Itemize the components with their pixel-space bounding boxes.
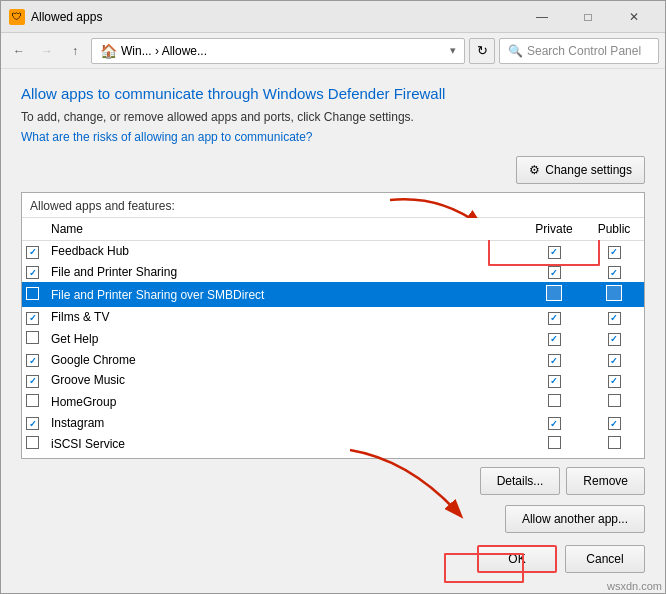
- row-name: Groove Music: [43, 370, 524, 391]
- allow-another-button[interactable]: Allow another app...: [505, 505, 645, 533]
- row-private[interactable]: [524, 455, 584, 458]
- row-public[interactable]: [584, 370, 644, 391]
- table-actions: Details... Remove: [21, 467, 645, 495]
- window-controls: — □ ✕: [519, 1, 657, 33]
- row-public[interactable]: [584, 307, 644, 328]
- row-name: Feedback Hub: [43, 241, 524, 262]
- up-button[interactable]: ↑: [63, 39, 87, 63]
- change-settings-label: Change settings: [545, 163, 632, 177]
- ok-button[interactable]: OK: [477, 545, 557, 573]
- row-checkbox[interactable]: [22, 328, 43, 350]
- row-checkbox[interactable]: [22, 241, 43, 262]
- allow-another-row: Allow another app...: [21, 505, 645, 533]
- row-private[interactable]: [524, 241, 584, 262]
- row-name: File and Printer Sharing over SMBDirect: [43, 282, 524, 307]
- row-public[interactable]: [584, 262, 644, 283]
- gear-icon: ⚙: [529, 163, 540, 177]
- page-description: To add, change, or remove allowed apps a…: [21, 110, 645, 124]
- details-button[interactable]: Details...: [480, 467, 561, 495]
- table-row[interactable]: Feedback Hub: [22, 241, 644, 262]
- row-public[interactable]: [584, 350, 644, 371]
- cancel-button[interactable]: Cancel: [565, 545, 645, 573]
- table-row[interactable]: Films & TV: [22, 307, 644, 328]
- table-row[interactable]: File and Printer Sharing: [22, 262, 644, 283]
- table-row[interactable]: Get Help: [22, 328, 644, 350]
- col-check: [22, 218, 43, 241]
- table-row[interactable]: Groove Music: [22, 370, 644, 391]
- address-path: Win... › Allowe...: [121, 44, 207, 58]
- table-row[interactable]: iSCSI Service: [22, 433, 644, 455]
- main-content: Allow apps to communicate through Window…: [1, 69, 665, 593]
- window-icon: 🛡: [9, 9, 25, 25]
- forward-button[interactable]: →: [35, 39, 59, 63]
- col-name-header: Name: [43, 218, 524, 241]
- remove-button[interactable]: Remove: [566, 467, 645, 495]
- row-private[interactable]: [524, 413, 584, 434]
- address-input[interactable]: 🏠 Win... › Allowe... ▾: [91, 38, 465, 64]
- col-public-header: Public: [584, 218, 644, 241]
- row-public[interactable]: [584, 328, 644, 350]
- row-checkbox[interactable]: [22, 433, 43, 455]
- change-settings-button[interactable]: ⚙ Change settings: [516, 156, 645, 184]
- row-checkbox[interactable]: [22, 350, 43, 371]
- row-public[interactable]: [584, 241, 644, 262]
- watermark: wsxdn.com: [607, 580, 662, 592]
- row-name: Key Management Service: [43, 455, 524, 458]
- row-private[interactable]: [524, 391, 584, 413]
- row-public[interactable]: [584, 413, 644, 434]
- apps-table-scroll[interactable]: Name Private Public Feedback HubFile and…: [22, 218, 644, 458]
- row-name: Get Help: [43, 328, 524, 350]
- row-public[interactable]: [584, 282, 644, 307]
- search-placeholder: Search Control Panel: [527, 44, 641, 58]
- row-private[interactable]: [524, 433, 584, 455]
- row-name: Instagram: [43, 413, 524, 434]
- row-private[interactable]: [524, 282, 584, 307]
- footer-buttons: OK Cancel: [21, 545, 645, 577]
- row-public[interactable]: [584, 433, 644, 455]
- row-name: iSCSI Service: [43, 433, 524, 455]
- row-checkbox[interactable]: [22, 307, 43, 328]
- row-private[interactable]: [524, 350, 584, 371]
- table-row[interactable]: File and Printer Sharing over SMBDirect: [22, 282, 644, 307]
- row-checkbox[interactable]: [22, 413, 43, 434]
- row-public[interactable]: [584, 391, 644, 413]
- apps-table-container: Allowed apps and features: Name Private …: [21, 192, 645, 459]
- table-label: Allowed apps and features:: [22, 193, 644, 218]
- row-private[interactable]: [524, 370, 584, 391]
- row-name: HomeGroup: [43, 391, 524, 413]
- title-bar: 🛡 Allowed apps — □ ✕: [1, 1, 665, 33]
- row-public[interactable]: [584, 455, 644, 458]
- row-private[interactable]: [524, 328, 584, 350]
- row-name: File and Printer Sharing: [43, 262, 524, 283]
- row-checkbox[interactable]: [22, 370, 43, 391]
- window-title: Allowed apps: [31, 10, 519, 24]
- table-row[interactable]: HomeGroup: [22, 391, 644, 413]
- page-title: Allow apps to communicate through Window…: [21, 85, 645, 102]
- back-button[interactable]: ←: [7, 39, 31, 63]
- address-bar: ← → ↑ 🏠 Win... › Allowe... ▾ ↻ 🔍 Search …: [1, 33, 665, 69]
- search-box[interactable]: 🔍 Search Control Panel: [499, 38, 659, 64]
- row-checkbox[interactable]: [22, 262, 43, 283]
- row-name: Google Chrome: [43, 350, 524, 371]
- refresh-button[interactable]: ↻: [469, 38, 495, 64]
- table-row[interactable]: Key Management Service: [22, 455, 644, 458]
- minimize-button[interactable]: —: [519, 1, 565, 33]
- table-row[interactable]: Google Chrome: [22, 350, 644, 371]
- row-checkbox[interactable]: [22, 455, 43, 458]
- row-checkbox[interactable]: [22, 282, 43, 307]
- apps-table: Name Private Public Feedback HubFile and…: [22, 218, 644, 458]
- row-name: Films & TV: [43, 307, 524, 328]
- close-button[interactable]: ✕: [611, 1, 657, 33]
- row-checkbox[interactable]: [22, 391, 43, 413]
- row-private[interactable]: [524, 262, 584, 283]
- help-link[interactable]: What are the risks of allowing an app to…: [21, 130, 645, 144]
- table-row[interactable]: Instagram: [22, 413, 644, 434]
- row-private[interactable]: [524, 307, 584, 328]
- maximize-button[interactable]: □: [565, 1, 611, 33]
- col-private-header: Private: [524, 218, 584, 241]
